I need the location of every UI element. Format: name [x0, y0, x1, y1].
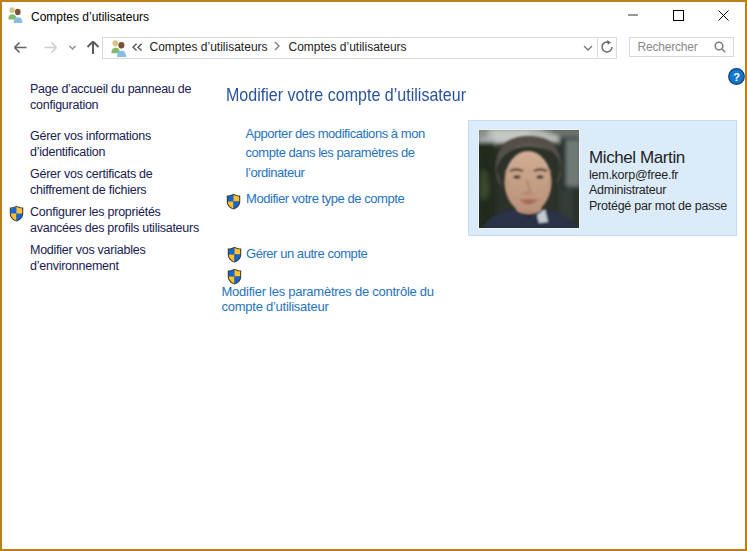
svg-text:?: ? [733, 71, 740, 83]
